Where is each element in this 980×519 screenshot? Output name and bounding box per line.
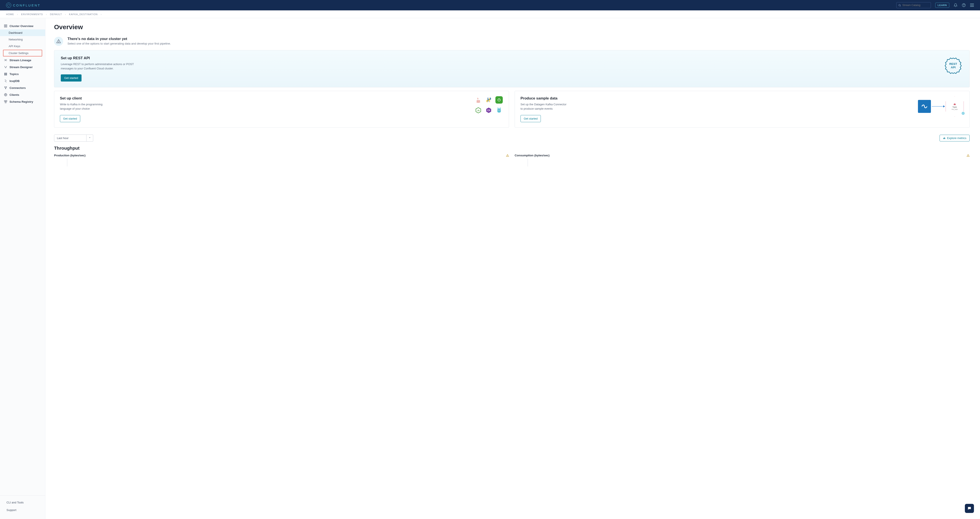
svg-point-0 [899,4,900,6]
sidebar-item-cluster-settings[interactable]: Cluster Settings [3,50,42,56]
language-icons: JS C# [475,96,503,115]
rest-card-title: Set up REST API [61,56,134,60]
hex-sublabel: first_topic [952,108,958,110]
svg-rect-17 [5,102,6,103]
sidebar-item-networking[interactable]: Networking [0,36,45,43]
sidebar-item-connectors[interactable]: Connectors [0,84,45,91]
svg-rect-10 [5,75,7,75]
brand[interactable]: CONFLUENT [6,3,41,8]
sidebar-item-clients[interactable]: Clients [0,91,45,98]
rest-api-card: Set up REST API Leverage REST to perform… [54,50,970,88]
sidebar-link-support[interactable]: Support [0,506,45,514]
svg-rect-8 [5,73,7,73]
sidebar-bottom: CLI and Tools Support [0,495,45,519]
explore-metrics-button[interactable]: Explore metrics [940,135,970,142]
python-icon [485,96,492,103]
crumb-environments[interactable]: ENVIRONMENTS [21,13,43,16]
svg-rect-15 [4,100,5,102]
svg-point-31 [498,110,499,110]
bars-icon [943,137,946,140]
nodejs-icon: JS [475,107,482,114]
info-desc: Select one of the options to start gener… [67,42,171,45]
arrow-icon [932,106,945,107]
briefcase-icon [953,103,956,105]
sidebar-item-api-keys[interactable]: API Keys [0,43,45,49]
sample-data-card: Produce sample data Set up the Datagen K… [515,91,970,127]
search-icon [898,4,901,7]
search-input[interactable] [902,4,929,7]
clients-icon [4,93,7,96]
svg-rect-5 [6,25,7,26]
svg-rect-16 [6,100,7,102]
sidebar-item-label: Clients [10,93,19,96]
sidebar-item-stream-designer[interactable]: Stream Designer [0,64,45,70]
sidebar-item-schema-registry[interactable]: Schema Registry [0,98,45,105]
crumb-default[interactable]: DEFAULT [50,13,62,16]
consumption-col: Consumption (bytes/sec) [515,154,970,167]
svg-rect-7 [6,26,7,27]
svg-rect-37 [943,138,944,139]
sidebar-item-topics[interactable]: Topics [0,70,45,77]
sidebar-item-label: ksqlDB [10,80,20,83]
svg-rect-38 [944,137,945,139]
gear-icon: REST API [943,56,963,75]
breadcrumb: HOME› ENVIRONMENTS› DEFAULT› KAFKA_DESTI… [0,10,980,18]
sidebar-item-ksqldb[interactable]: ksqlDB [0,77,45,84]
info-banner: There's no data in your cluster yet Sele… [54,37,970,46]
client-card-title: Set up client [60,96,107,100]
main-content: Overview There's no data in your cluster… [45,18,980,519]
confluent-logo-icon [6,3,11,8]
sidebar-item-label: Connectors [10,86,26,89]
svg-rect-6 [4,26,5,27]
search-box[interactable] [896,2,931,8]
svg-rect-33 [498,107,498,109]
sidebar-item-label: Schema Registry [10,100,33,103]
sample-get-started-button[interactable]: Get started [520,115,541,122]
sample-card-title: Produce sample data [520,96,568,100]
chevron-down-icon[interactable] [86,135,93,142]
svg-rect-4 [4,25,5,26]
spring-icon [495,96,503,103]
grid-icon [4,24,7,28]
time-range-value: Last hour [54,135,86,142]
learn-button[interactable]: LEARN [935,3,949,8]
header-actions: LEARN [896,2,974,8]
topics-icon [4,72,7,76]
sidebar-item-dashboard[interactable]: Dashboard [0,29,45,36]
crumb-cluster[interactable]: KAFKA_DESTINATION [69,13,97,16]
crumb-home[interactable]: HOME [6,13,14,16]
svg-point-13 [5,88,6,89]
ksql-icon [4,79,7,83]
help-icon[interactable] [962,3,966,7]
throughput-title: Throughput [54,145,970,151]
sidebar-item-stream-lineage[interactable]: Stream Lineage [0,57,45,64]
bell-icon[interactable] [954,3,958,7]
time-range-select[interactable]: Last hour [54,135,93,142]
go-icon [495,107,503,114]
sidebar-link-cli[interactable]: CLI and Tools [0,499,45,506]
svg-text:C#: C# [487,109,490,111]
svg-point-12 [6,87,7,88]
svg-rect-36 [955,103,955,104]
production-chart [67,159,509,167]
explore-label: Explore metrics [947,137,966,140]
client-card: Set up client Write to Kafka in the prog… [54,91,509,127]
connectors-icon [4,86,7,89]
top-header: CONFLUENT LEARN [0,0,980,10]
menu-icon[interactable] [970,4,974,7]
sample-card-desc: Set up the Datagen Kafka Connector to pr… [520,102,568,111]
chat-button[interactable] [965,504,974,513]
rest-get-started-button[interactable]: Get started [61,75,81,81]
consumption-label: Consumption (bytes/sec) [515,154,549,157]
sidebar-item-label: Topics [10,72,19,76]
svg-point-32 [500,110,500,110]
client-get-started-button[interactable]: Get started [60,115,80,122]
svg-point-11 [5,87,5,88]
designer-icon [4,65,7,69]
svg-rect-39 [945,138,945,139]
svg-text:REST: REST [949,62,957,65]
sidebar: Cluster Overview Dashboard Networking AP… [0,18,45,519]
rest-card-desc: Leverage REST to perform administrative … [61,62,134,70]
metrics-controls: Last hour Explore metrics [54,135,970,142]
sidebar-item-cluster-overview[interactable]: Cluster Overview [0,22,45,29]
